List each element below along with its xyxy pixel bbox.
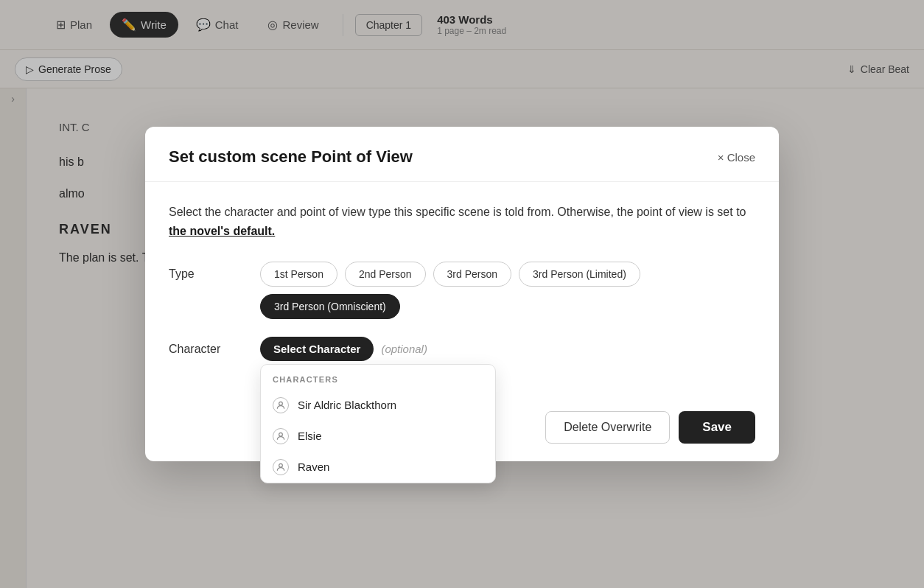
delete-overwrite-label: Delete Overwrite bbox=[564, 421, 651, 433]
type-btn-3rd-person[interactable]: 3rd Person bbox=[433, 262, 511, 287]
type-btn-1st-person[interactable]: 1st Person bbox=[260, 262, 337, 287]
characters-section-label: CHARACTERS bbox=[261, 365, 495, 390]
character-item-elsie[interactable]: Elsie bbox=[261, 421, 495, 452]
type-form-row: Type 1st Person 2nd Person 3rd Person 3r… bbox=[169, 262, 755, 319]
delete-overwrite-button[interactable]: Delete Overwrite bbox=[545, 411, 670, 444]
character-label: Character bbox=[169, 337, 242, 356]
type-label: Type bbox=[169, 262, 242, 281]
modal-description: Select the character and point of view t… bbox=[169, 203, 755, 240]
character-item-raven[interactable]: Raven bbox=[261, 452, 495, 483]
character-name-elsie: Elsie bbox=[298, 430, 322, 442]
character-controls: Select Character CHARACTERS bbox=[260, 337, 755, 361]
svg-point-1 bbox=[279, 433, 283, 436]
type-controls: 1st Person 2nd Person 3rd Person 3rd Per… bbox=[260, 262, 755, 319]
modal-title: Set custom scene Point of View bbox=[169, 147, 413, 167]
modal: Set custom scene Point of View × Close S… bbox=[145, 127, 779, 461]
character-form-row: Character Select Character CHARACTERS bbox=[169, 337, 755, 361]
modal-close-label: × Close bbox=[718, 151, 755, 164]
modal-overlay: Set custom scene Point of View × Close S… bbox=[0, 0, 924, 588]
character-avatar-elsie bbox=[273, 428, 289, 444]
save-label: Save bbox=[702, 420, 732, 434]
character-name-sir-aldric: Sir Aldric Blackthorn bbox=[298, 399, 396, 411]
svg-point-2 bbox=[279, 463, 283, 467]
modal-description-text: Select the character and point of view t… bbox=[169, 206, 746, 218]
character-item-sir-aldric[interactable]: Sir Aldric Blackthorn bbox=[261, 390, 495, 421]
character-selector-wrapper: Select Character CHARACTERS bbox=[260, 337, 374, 361]
modal-close-button[interactable]: × Close bbox=[718, 151, 755, 164]
modal-description-link[interactable]: the novel's default. bbox=[169, 225, 275, 237]
select-character-button[interactable]: Select Character bbox=[260, 337, 374, 361]
type-btn-3rd-limited[interactable]: 3rd Person (Limited) bbox=[519, 262, 640, 287]
select-character-label: Select Character bbox=[273, 343, 360, 355]
modal-header: Set custom scene Point of View × Close bbox=[145, 127, 779, 182]
modal-body: Select the character and point of view t… bbox=[145, 182, 779, 399]
optional-label: (optional) bbox=[381, 337, 427, 361]
character-dropdown: CHARACTERS Sir Aldric Blackthorn bbox=[260, 364, 496, 483]
type-btn-2nd-person[interactable]: 2nd Person bbox=[345, 262, 426, 287]
character-name-raven: Raven bbox=[298, 461, 329, 473]
modal-link-text: the novel's default. bbox=[169, 225, 275, 237]
type-btn-3rd-omniscient[interactable]: 3rd Person (Omniscient) bbox=[260, 294, 400, 319]
character-avatar-sir-aldric bbox=[273, 397, 289, 413]
character-avatar-raven bbox=[273, 459, 289, 475]
svg-point-0 bbox=[279, 402, 283, 405]
save-button[interactable]: Save bbox=[679, 411, 755, 444]
